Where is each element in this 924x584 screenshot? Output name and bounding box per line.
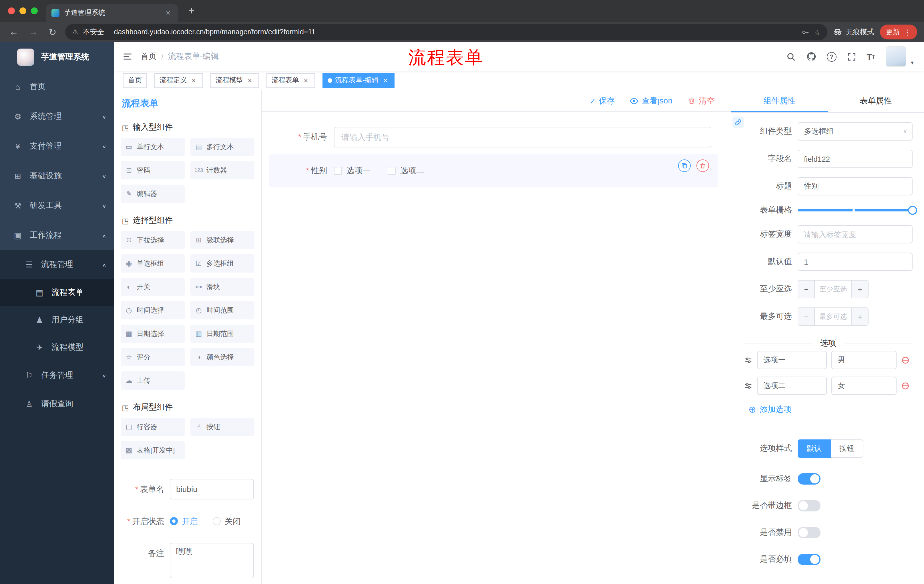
palette-item-button[interactable]: ☝按钮 (190, 418, 254, 436)
palette-item-counter[interactable]: 123计数器 (190, 161, 254, 179)
minimize-window-button[interactable] (20, 7, 26, 14)
drag-handle-icon[interactable] (744, 356, 752, 364)
sidebar-item-system[interactable]: ⚙ 系统管理 ∨ (0, 102, 114, 132)
url-text[interactable]: dashboard.yudao.iocoder.cn/bpm/manager/f… (114, 28, 316, 36)
form-grid-slider[interactable] (798, 209, 912, 211)
user-avatar[interactable] (886, 46, 906, 67)
back-icon[interactable]: ← (7, 27, 21, 37)
sidebar-item-process-management[interactable]: ☰ 流程管理 ∧ (0, 250, 114, 279)
component-type-select[interactable] (798, 122, 912, 141)
option-label-input[interactable] (757, 351, 827, 369)
tag-process-model[interactable]: 流程模型 × (210, 73, 259, 88)
view-json-button[interactable]: 查看json (630, 96, 672, 106)
tag-close-icon[interactable]: × (302, 76, 310, 84)
address-bar[interactable]: ⚠ 不安全 dashboard.yudao.iocoder.cn/bpm/man… (65, 24, 827, 40)
sidebar-item-leave-query[interactable]: ♙ 请假查询 (0, 390, 114, 418)
tag-close-icon[interactable]: × (381, 76, 389, 84)
sidebar-item-process-model[interactable]: ✈ 流程模型 (0, 334, 114, 361)
sidebar-item-process-form[interactable]: ▤ 流程表单 (0, 279, 114, 306)
option-value-input[interactable] (832, 351, 896, 369)
hamburger-icon[interactable] (114, 51, 141, 62)
default-value-input[interactable] (798, 253, 912, 271)
copy-widget-button[interactable] (678, 160, 691, 172)
stepper-plus-button[interactable]: + (851, 281, 868, 298)
password-key-icon[interactable] (801, 28, 810, 36)
form-remark-textarea[interactable]: 嘿嘿 (170, 543, 254, 578)
github-icon[interactable] (806, 51, 816, 62)
clear-button[interactable]: 清空 (687, 96, 715, 106)
tag-home[interactable]: 首页 (123, 73, 147, 88)
style-button-button[interactable]: 按钮 (831, 439, 863, 458)
fullscreen-icon[interactable] (846, 52, 856, 61)
palette-item-table[interactable]: ▩表格[开发中] (120, 441, 185, 459)
tag-process-definition[interactable]: 流程定义 × (154, 73, 203, 88)
phone-input[interactable] (334, 127, 711, 147)
gender-option-1[interactable]: 选项一 (334, 166, 371, 176)
disabled-switch[interactable] (798, 527, 820, 538)
sidebar-item-payment[interactable]: ¥ 支付管理 ∨ (0, 132, 114, 161)
tab-close-icon[interactable]: × (163, 8, 173, 17)
tag-close-icon[interactable]: × (246, 76, 254, 84)
stepper-minus-button[interactable]: − (798, 308, 815, 325)
breadcrumb-home[interactable]: 首页 (141, 51, 157, 62)
widget-gender-selected[interactable]: *性别 选项一 选项二 (269, 154, 718, 188)
browser-tab[interactable]: 芋道管理系统 × (46, 4, 178, 22)
status-radio-off[interactable]: 关闭 (213, 511, 241, 531)
status-radio-on[interactable]: 开启 (170, 511, 198, 531)
title-input[interactable] (798, 177, 912, 196)
gender-option-2[interactable]: 选项二 (388, 166, 424, 176)
bookmark-star-icon[interactable]: ☆ (814, 28, 820, 36)
tab-form-props[interactable]: 表单属性 (828, 90, 924, 112)
font-size-icon[interactable]: TT (866, 52, 875, 61)
delete-widget-button[interactable] (696, 160, 709, 172)
palette-item-checkbox-group[interactable]: ☑多选框组 (190, 254, 254, 273)
stepper-plus-button[interactable]: + (851, 308, 868, 325)
palette-item-single-line-text[interactable]: ▭单行文本 (120, 138, 185, 156)
form-name-input[interactable] (170, 479, 254, 499)
palette-item-select[interactable]: ⊙下拉选择 (120, 231, 185, 249)
reload-icon[interactable]: ↻ (46, 26, 59, 38)
palette-item-multi-line-text[interactable]: ▤多行文本 (190, 138, 254, 156)
palette-item-row-container[interactable]: ▢行容器 (120, 418, 185, 436)
palette-item-cascader[interactable]: ⊞级联选择 (190, 231, 254, 249)
show-label-switch[interactable] (798, 473, 820, 485)
tab-component-props[interactable]: 组件属性 (731, 90, 828, 112)
remove-option-button[interactable]: ⊖ (901, 355, 910, 365)
required-switch[interactable] (798, 554, 820, 565)
search-icon[interactable] (786, 52, 795, 61)
sidebar-item-task-management[interactable]: ⚐ 任务管理 ∨ (0, 361, 114, 390)
sidebar-item-workflow[interactable]: ▣ 工作流程 ∧ (0, 220, 114, 250)
tag-process-form[interactable]: 流程表单 × (266, 73, 315, 88)
option-label-input[interactable] (757, 377, 827, 395)
stepper-minus-button[interactable]: − (798, 281, 815, 298)
palette-item-upload[interactable]: ☁上传 (120, 372, 185, 390)
label-width-input[interactable] (798, 225, 912, 243)
widget-phone[interactable]: *手机号 (269, 120, 718, 154)
palette-item-color-picker[interactable]: ◑颜色选择 (190, 348, 254, 366)
sidebar-item-infrastructure[interactable]: ⊞ 基础设施 ∨ (0, 161, 114, 191)
max-select-input[interactable] (815, 308, 851, 325)
palette-item-switch[interactable]: ◐开关 (120, 278, 185, 296)
slider-handle[interactable] (908, 206, 917, 215)
sidebar-item-devtools[interactable]: ⚒ 研发工具 ∨ (0, 191, 114, 220)
tag-process-form-edit[interactable]: 流程表单-编辑 × (322, 73, 394, 88)
option-value-input[interactable] (832, 377, 896, 395)
style-default-button[interactable]: 默认 (798, 439, 831, 458)
link-icon[interactable] (733, 117, 744, 128)
remove-option-button[interactable]: ⊖ (901, 380, 910, 391)
drag-handle-icon[interactable] (744, 382, 752, 390)
browser-update-button[interactable]: 更新 ⋮ (880, 25, 917, 39)
border-switch[interactable] (798, 500, 820, 512)
palette-item-date-range[interactable]: ▥日期范围 (190, 324, 254, 343)
close-window-button[interactable] (8, 7, 15, 14)
sidebar-item-home[interactable]: ⌂ 首页 (0, 72, 114, 102)
palette-item-editor[interactable]: ✎编辑器 (120, 184, 185, 203)
tag-close-icon[interactable]: × (190, 76, 198, 84)
avatar-caret-icon[interactable]: ▾ (911, 59, 914, 67)
palette-item-time-picker[interactable]: ◷时间选择 (120, 301, 185, 319)
palette-item-rate[interactable]: ☆评分 (120, 348, 185, 366)
palette-item-date-picker[interactable]: ▦日期选择 (120, 324, 185, 343)
add-option-button[interactable]: ⊕ 添加选项 (749, 404, 912, 415)
security-label[interactable]: 不安全 (83, 27, 104, 37)
min-select-input[interactable] (815, 281, 851, 298)
